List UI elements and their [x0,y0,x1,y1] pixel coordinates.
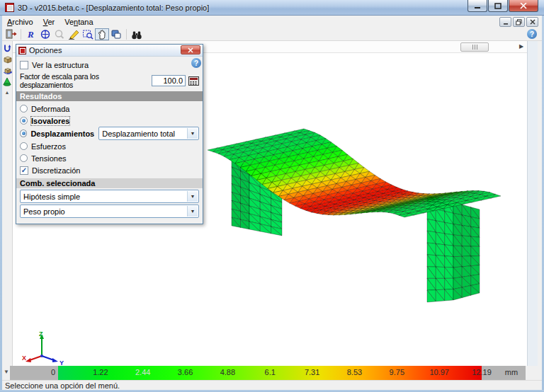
desplazamiento-combo[interactable]: Desplazamiento total ▼ [98,127,199,140]
scale-value-label: 10.97 [429,368,449,376]
desplazamientos-label: Desplazamientos [30,129,94,138]
ver-estructura-checkbox[interactable] [20,61,28,69]
pan-button[interactable] [95,28,109,40]
hipotesis-combo-value: Hipótesis simple [23,192,80,201]
scroll-up-icon[interactable]: ▲ [5,90,10,95]
deformada-radio[interactable] [20,105,28,113]
pencil-icon [68,29,80,40]
scale-value-label: 4.88 [220,368,235,376]
zoom-all-button[interactable] [38,28,52,40]
mdi-close-button[interactable] [526,17,538,27]
app-icon [5,3,14,12]
option-desplazamientos[interactable]: Desplazamientos Desplazamiento total ▼ [20,127,199,140]
ver-estructura-label: Ver la estructura [32,61,89,69]
section-comb-seleccionada: Comb. seleccionada [16,178,203,188]
axis-x-label: X [22,354,26,362]
status-bar: Seleccione una opción del menú. [2,380,542,390]
zoom-window-button[interactable] [81,28,95,40]
mdi-restore-button[interactable] [513,17,525,27]
dialog-title: Opciones [29,46,62,54]
scale-value-label: 0 [51,368,55,376]
application-window: 3D - v2015.beta.c - [Desplazamiento tota… [0,0,544,392]
dialog-help-icon[interactable]: ? [191,58,201,68]
view-object-button[interactable] [2,76,12,87]
options-dialog: Opciones ? Ver la estructura Factor de e… [16,44,203,224]
dialog-app-icon [18,47,26,54]
scale-value-label: 6.1 [265,368,276,376]
isovalores-label: Isovalores [31,117,69,125]
zoom-window-icon [82,29,94,40]
chevron-down-icon: ▼ [187,206,198,217]
redraw-icon: R [26,29,37,40]
main-toolbar: R [2,28,542,41]
view-box-button[interactable] [2,54,12,64]
rotate-box-button[interactable] [2,65,12,76]
peso-propio-combo[interactable]: Peso propio ▼ [20,204,199,218]
mdi-minimize-button[interactable] [499,17,511,27]
deformada-label: Deformada [31,105,69,113]
scale-value-label: 3.66 [178,368,193,376]
copy-view-button[interactable] [109,28,123,40]
option-esfuerzos[interactable]: Esfuerzos [20,140,199,152]
desplazamientos-radio[interactable] [20,129,27,137]
scale-value-label: 9.75 [390,368,404,376]
redraw-button[interactable]: R [24,28,38,40]
option-tensiones[interactable]: Tensiones [20,152,199,164]
copy-view-icon [110,29,122,40]
window-title: 3D - v2015.beta.c - [Desplazamiento tota… [18,4,209,12]
zoom-previous-button[interactable] [52,28,67,40]
edit-button[interactable] [67,28,81,40]
dialog-close-button[interactable] [181,45,200,54]
scale-unit-label: mm [505,368,518,376]
maximize-button[interactable] [488,0,508,12]
option-discretizacion[interactable]: ✓ Discretización [20,164,199,176]
isovalores-radio[interactable] [20,117,28,125]
scale-value-label: 7.31 [305,368,319,376]
factor-label: Factor de escala para los desplazamiento… [20,72,152,89]
chevron-down-icon: ▼ [187,128,198,139]
undo-button[interactable] [2,42,12,53]
option-isovalores[interactable]: Isovalores [20,115,199,127]
color-scale-bar: ▼ 01.222.443.664.886.17.318.539.7510.971… [0,366,544,380]
menu-archivo[interactable]: Archivo [2,16,38,28]
title-bar[interactable]: 3D - v2015.beta.c - [Desplazamiento tota… [0,0,544,16]
svg-text:R: R [27,29,34,40]
minimize-button[interactable] [468,0,487,12]
scale-value-label: 1.22 [93,368,108,376]
factor-row: Factor de escala para los desplazamiento… [20,72,199,89]
tensiones-label: Tensiones [31,154,67,163]
box-icon [3,55,12,64]
exit-door-icon [5,29,17,40]
desplazamiento-combo-value: Desplazamiento total [102,129,175,138]
section-resultados: Resultados [16,91,203,101]
help-icon[interactable]: ? [527,29,537,39]
scale-value-label: 12.19 [472,368,492,376]
axis-z-label: Z [39,330,43,338]
exit-button[interactable] [4,28,18,40]
discretizacion-checkbox[interactable]: ✓ [20,166,28,175]
cone-icon [3,77,11,86]
rotate-box-icon [3,66,12,75]
scrollbar-track[interactable] [527,41,538,366]
binoculars-icon [131,30,142,40]
scale-value-label: 8.53 [347,368,362,376]
menu-ver[interactable]: Ver [38,16,60,28]
menu-ventana[interactable]: Ventana [60,16,98,28]
calculator-icon[interactable] [188,76,199,86]
status-text: Seleccione una opción del menú. [5,381,120,390]
option-deformada[interactable]: Deformada [20,103,199,115]
tensiones-radio[interactable] [20,154,28,162]
hipotesis-combo[interactable]: Hipótesis simple ▼ [20,190,199,203]
esfuerzos-radio[interactable] [20,142,28,150]
factor-input[interactable] [152,75,186,86]
dialog-title-bar[interactable]: Opciones [16,45,203,57]
discretizacion-label: Discretización [32,166,80,175]
ver-estructura-row[interactable]: Ver la estructura [20,59,199,71]
menu-bar: Archivo Ver Ventana [2,16,542,28]
search-button[interactable] [130,28,144,40]
axis-triad: Z X Y [21,330,65,367]
window-border [0,16,2,390]
esfuerzos-label: Esfuerzos [31,142,66,151]
close-button[interactable] [509,0,538,12]
hand-icon [97,30,107,40]
